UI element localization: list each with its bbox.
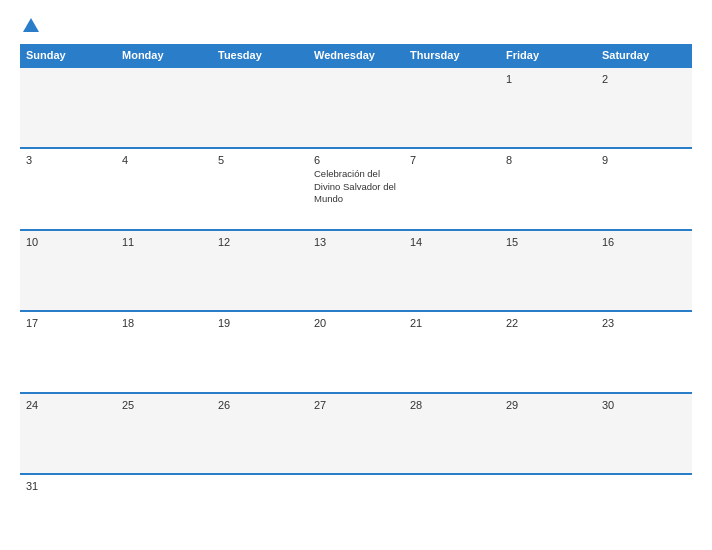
day-number: 5 bbox=[218, 154, 302, 166]
day-cell: 11 bbox=[116, 230, 212, 311]
day-number: 13 bbox=[314, 236, 398, 248]
day-number: 14 bbox=[410, 236, 494, 248]
day-number: 4 bbox=[122, 154, 206, 166]
day-number: 11 bbox=[122, 236, 206, 248]
day-cell: 23 bbox=[596, 311, 692, 392]
calendar-table: SundayMondayTuesdayWednesdayThursdayFrid… bbox=[20, 44, 692, 540]
day-number: 31 bbox=[26, 480, 110, 492]
week-row-4: 17181920212223 bbox=[20, 311, 692, 392]
day-cell: 14 bbox=[404, 230, 500, 311]
day-number: 16 bbox=[602, 236, 686, 248]
weekday-header-saturday: Saturday bbox=[596, 44, 692, 67]
day-cell: 26 bbox=[212, 393, 308, 474]
day-number: 17 bbox=[26, 317, 110, 329]
day-cell: 28 bbox=[404, 393, 500, 474]
day-cell: 6Celebración del Divino Salvador del Mun… bbox=[308, 148, 404, 229]
weekday-header-tuesday: Tuesday bbox=[212, 44, 308, 67]
day-number: 12 bbox=[218, 236, 302, 248]
day-cell: 10 bbox=[20, 230, 116, 311]
day-number: 8 bbox=[506, 154, 590, 166]
day-number: 22 bbox=[506, 317, 590, 329]
day-cell: 17 bbox=[20, 311, 116, 392]
day-cell: 4 bbox=[116, 148, 212, 229]
day-cell: 30 bbox=[596, 393, 692, 474]
day-cell bbox=[116, 67, 212, 148]
day-number: 25 bbox=[122, 399, 206, 411]
day-cell bbox=[308, 474, 404, 540]
day-number: 18 bbox=[122, 317, 206, 329]
day-cell: 3 bbox=[20, 148, 116, 229]
day-cell: 1 bbox=[500, 67, 596, 148]
day-cell: 25 bbox=[116, 393, 212, 474]
week-row-5: 24252627282930 bbox=[20, 393, 692, 474]
day-number: 28 bbox=[410, 399, 494, 411]
day-number: 1 bbox=[506, 73, 590, 85]
day-number: 23 bbox=[602, 317, 686, 329]
day-number: 3 bbox=[26, 154, 110, 166]
day-cell: 15 bbox=[500, 230, 596, 311]
day-number: 29 bbox=[506, 399, 590, 411]
calendar-page: SundayMondayTuesdayWednesdayThursdayFrid… bbox=[0, 0, 712, 550]
day-cell: 19 bbox=[212, 311, 308, 392]
day-number: 10 bbox=[26, 236, 110, 248]
weekday-header-row: SundayMondayTuesdayWednesdayThursdayFrid… bbox=[20, 44, 692, 67]
week-row-6: 31 bbox=[20, 474, 692, 540]
day-cell bbox=[596, 474, 692, 540]
day-number: 30 bbox=[602, 399, 686, 411]
day-cell bbox=[212, 474, 308, 540]
day-cell bbox=[500, 474, 596, 540]
weekday-header-thursday: Thursday bbox=[404, 44, 500, 67]
day-number: 9 bbox=[602, 154, 686, 166]
day-cell: 22 bbox=[500, 311, 596, 392]
day-cell: 2 bbox=[596, 67, 692, 148]
day-cell bbox=[20, 67, 116, 148]
day-cell bbox=[308, 67, 404, 148]
day-number: 15 bbox=[506, 236, 590, 248]
day-number: 2 bbox=[602, 73, 686, 85]
day-number: 20 bbox=[314, 317, 398, 329]
logo-triangle-icon bbox=[23, 18, 39, 32]
day-number: 21 bbox=[410, 317, 494, 329]
day-cell: 8 bbox=[500, 148, 596, 229]
day-number: 26 bbox=[218, 399, 302, 411]
week-row-3: 10111213141516 bbox=[20, 230, 692, 311]
day-cell: 9 bbox=[596, 148, 692, 229]
day-number: 7 bbox=[410, 154, 494, 166]
day-number: 24 bbox=[26, 399, 110, 411]
week-row-1: 12 bbox=[20, 67, 692, 148]
day-cell: 18 bbox=[116, 311, 212, 392]
day-cell: 7 bbox=[404, 148, 500, 229]
day-cell: 24 bbox=[20, 393, 116, 474]
logo bbox=[20, 18, 39, 34]
day-cell bbox=[116, 474, 212, 540]
day-cell: 29 bbox=[500, 393, 596, 474]
weekday-header-monday: Monday bbox=[116, 44, 212, 67]
weekday-header-sunday: Sunday bbox=[20, 44, 116, 67]
holiday-text: Celebración del Divino Salvador del Mund… bbox=[314, 168, 398, 205]
day-cell: 20 bbox=[308, 311, 404, 392]
day-cell: 21 bbox=[404, 311, 500, 392]
day-cell: 5 bbox=[212, 148, 308, 229]
day-cell: 16 bbox=[596, 230, 692, 311]
day-cell: 27 bbox=[308, 393, 404, 474]
day-cell bbox=[212, 67, 308, 148]
week-row-2: 3456Celebración del Divino Salvador del … bbox=[20, 148, 692, 229]
day-number: 19 bbox=[218, 317, 302, 329]
day-cell bbox=[404, 67, 500, 148]
weekday-header-friday: Friday bbox=[500, 44, 596, 67]
weekday-header-wednesday: Wednesday bbox=[308, 44, 404, 67]
day-cell bbox=[404, 474, 500, 540]
day-cell: 31 bbox=[20, 474, 116, 540]
day-number: 27 bbox=[314, 399, 398, 411]
header bbox=[20, 18, 692, 34]
day-cell: 12 bbox=[212, 230, 308, 311]
day-number: 6 bbox=[314, 154, 398, 166]
day-cell: 13 bbox=[308, 230, 404, 311]
